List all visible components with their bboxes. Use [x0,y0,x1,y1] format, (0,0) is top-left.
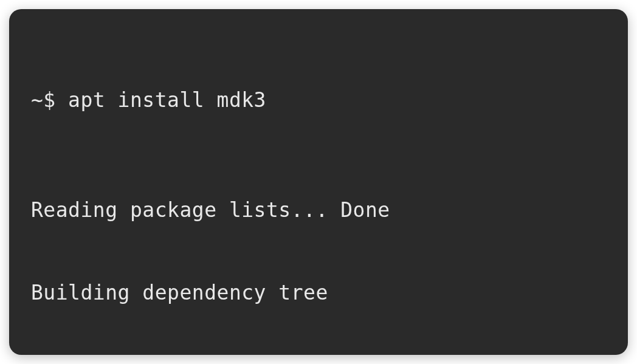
output-line: Building dependency tree [31,279,628,307]
output-line: Reading package lists... Done [31,196,628,224]
shell-prompt: ~$ [31,88,68,112]
terminal-window[interactable]: ~$ apt install mdk3 Reading package list… [9,9,628,355]
command-text: apt install mdk3 [68,88,266,112]
command-line: ~$ apt install mdk3 [31,86,628,114]
terminal-content: ~$ apt install mdk3 Reading package list… [31,31,628,355]
